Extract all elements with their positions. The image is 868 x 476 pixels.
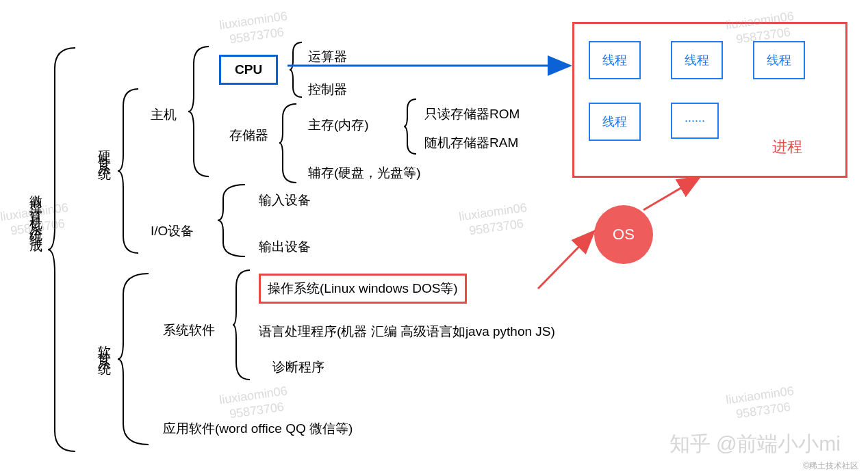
watermark-6a: liuxiaomin06 xyxy=(725,384,795,408)
footer-watermark: ©稀土技术社区 xyxy=(803,460,858,472)
thread-3: 线程 xyxy=(753,41,805,79)
input-device-label: 输入设备 xyxy=(259,191,311,209)
brace-memory xyxy=(404,99,421,154)
thread-1: 线程 xyxy=(589,41,641,79)
watermark-5b: 95873706 xyxy=(229,400,285,422)
brace-sys-software xyxy=(233,270,257,380)
brace-hardware xyxy=(118,89,145,253)
thread-2: 线程 xyxy=(671,41,723,79)
watermark-4b: 95873706 xyxy=(468,217,524,239)
oscircle-to-process-arrow xyxy=(643,174,705,215)
brace-software xyxy=(118,274,155,445)
software-label: 软件系统 xyxy=(96,335,114,357)
main-memory-label: 主存(内存) xyxy=(308,116,369,134)
thread-4: 线程 xyxy=(589,103,641,141)
watermark-1a: liuxiaomin06 xyxy=(218,9,288,33)
os-box: 操作系统(Linux windows DOS等) xyxy=(259,274,467,304)
cu-label: 控制器 xyxy=(308,81,347,98)
cpu-to-process-arrow xyxy=(288,59,575,72)
thread-ellipsis: ······ xyxy=(671,103,719,139)
lang-processor-label: 语言处理程序(机器 汇编 高级语言如java python JS) xyxy=(259,323,555,341)
root-label: 微型计算机系统组成 xyxy=(27,185,45,234)
rom-label: 只读存储器ROM xyxy=(424,105,520,123)
brace-host xyxy=(188,47,216,176)
output-device-label: 输出设备 xyxy=(259,238,311,256)
cpu-box: CPU xyxy=(219,55,278,85)
io-label: I/O设备 xyxy=(151,222,194,240)
brace-root xyxy=(48,48,82,451)
process-label: 进程 xyxy=(772,137,802,157)
storage-label: 存储器 xyxy=(229,127,268,144)
brace-storage xyxy=(279,104,303,183)
watermark-5a: liuxiaomin06 xyxy=(218,384,288,408)
osbox-to-oscircle-arrow xyxy=(538,226,600,294)
diagnostic-label: 诊断程序 xyxy=(272,358,324,376)
brace-io xyxy=(218,185,252,256)
hardware-label: 硬件系统 xyxy=(96,140,114,162)
watermark-6b: 95873706 xyxy=(735,400,791,422)
watermark-1b: 95873706 xyxy=(229,25,285,47)
system-software-label: 系统软件 xyxy=(163,321,215,339)
app-software-label: 应用软件(word office QQ 微信等) xyxy=(163,420,353,438)
host-label: 主机 xyxy=(151,106,177,124)
ram-label: 随机存储器RAM xyxy=(424,134,518,152)
aux-memory-label: 辅存(硬盘，光盘等) xyxy=(308,164,421,182)
zhihu-watermark: 知乎 @前端小小mi xyxy=(669,430,841,458)
svg-line-2 xyxy=(643,178,698,210)
watermark-4a: liuxiaomin06 xyxy=(458,200,528,224)
svg-line-1 xyxy=(538,233,593,289)
